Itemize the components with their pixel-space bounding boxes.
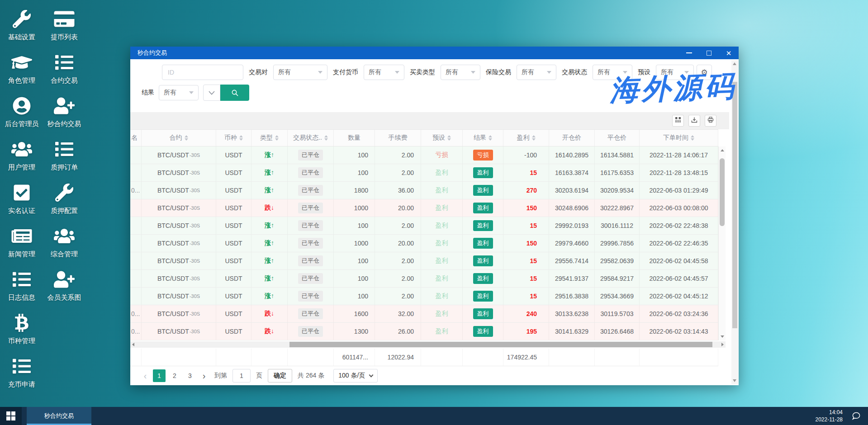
desktop-icon-用户管理[interactable]: 用户管理 — [2, 140, 42, 172]
export-button[interactable] — [688, 115, 700, 127]
desktop-icon-label: 用户管理 — [8, 163, 35, 172]
page-button-1[interactable]: 1 — [153, 369, 166, 382]
table-row: BTC/USDT-30SUSDT涨↑已平仓1002.00盈利盈利1529556.… — [130, 252, 718, 270]
column-header-label: 手续费 — [389, 134, 408, 142]
filter-select-交易状态[interactable]: 所有 — [593, 65, 632, 80]
close-button[interactable]: ✕ — [719, 47, 739, 59]
start-button[interactable] — [0, 407, 22, 425]
cell-qty: 1800 — [334, 182, 375, 199]
column-header-type[interactable]: 类型 — [251, 130, 288, 146]
preset-label: 亏损 — [436, 151, 448, 159]
column-header-label: 预设 — [432, 134, 445, 142]
cell-preset: 盈利 — [421, 252, 463, 269]
desktop-icon-角色管理[interactable]: 角色管理 — [2, 53, 42, 85]
filter-row-1: 交易对所有支付货币所有买卖类型所有保险交易所有交易状态所有预设所有⚙ — [162, 65, 712, 80]
expand-filters-button[interactable] — [203, 85, 220, 101]
desktop-icon-币种管理[interactable]: 币种管理 — [2, 314, 42, 345]
filter-select-买卖类型[interactable]: 所有 — [441, 65, 480, 80]
sort-icon — [239, 135, 243, 141]
minimize-icon — [686, 52, 692, 53]
sort-desc-icon — [447, 138, 451, 141]
window-vertical-scrollbar[interactable] — [731, 60, 738, 384]
wrench-icon — [54, 184, 75, 203]
filter-select-交易对[interactable]: 所有 — [273, 65, 327, 80]
scroll-right-arrow-icon[interactable] — [721, 343, 724, 346]
cell-close: 29582.0639 — [595, 252, 640, 269]
scroll-up-arrow-icon[interactable] — [721, 149, 724, 151]
status-badge: 已平仓 — [298, 255, 323, 266]
taskbar-app-item[interactable]: 秒合约交易 — [27, 407, 91, 425]
desktop-icon-质押订单[interactable]: 质押订单 — [42, 140, 87, 172]
desktop-icon-提币列表[interactable]: 提币列表 — [42, 10, 87, 42]
column-header-label: 开仓价 — [562, 134, 581, 142]
next-page-button[interactable]: › — [199, 371, 209, 381]
type-down-label: 跌↓ — [265, 310, 274, 318]
desktop-icon-实名认证[interactable]: 实名认证 — [2, 184, 42, 215]
column-header-currency[interactable]: 币种 — [216, 130, 251, 146]
cell-preset: 盈利 — [421, 288, 463, 305]
id-filter-input[interactable] — [162, 65, 243, 80]
newspaper-icon — [11, 227, 32, 247]
desktop-icon-新闻管理[interactable]: 新闻管理 — [2, 227, 42, 259]
filter-select-value: 所有 — [598, 68, 610, 76]
column-header-preset[interactable]: 预设 — [421, 130, 463, 146]
scroll-up-arrow-icon[interactable] — [733, 62, 736, 65]
cell-user — [130, 199, 142, 217]
sort-icon — [185, 135, 188, 141]
cell-fee: 2.00 — [375, 146, 421, 164]
column-settings-button[interactable]: ⚙ — [697, 65, 712, 80]
cell-profit: 15 — [503, 288, 549, 305]
chat-bubble-icon[interactable] — [851, 411, 862, 421]
confirm-page-button[interactable]: 确定 — [268, 369, 292, 382]
page-button-3[interactable]: 3 — [184, 369, 196, 382]
page-button-2[interactable]: 2 — [168, 369, 181, 382]
desktop-icon-基础设置[interactable]: 基础设置 — [2, 10, 42, 42]
desktop-icon-综合管理[interactable]: 综合管理 — [42, 227, 87, 259]
maximize-button[interactable] — [699, 47, 719, 59]
result-badge: 盈利 — [473, 167, 493, 178]
page-unit-label: 页 — [256, 372, 262, 380]
profit-value: 15 — [530, 293, 537, 300]
pair-label: BTC/USDT — [157, 204, 189, 212]
taskbar-clock[interactable]: 14:04 2022-11-28 — [816, 409, 843, 423]
cell-type: 涨↑ — [251, 270, 288, 287]
window-vertical-scroll-thumb[interactable] — [732, 82, 737, 328]
minimize-button[interactable] — [679, 47, 699, 59]
per-page-select[interactable]: 100 条/页 — [333, 369, 378, 382]
filter-select-预设[interactable]: 所有 — [656, 65, 694, 80]
summary-cell-contract — [142, 349, 216, 366]
cell-status: 已平仓 — [288, 270, 334, 287]
search-button[interactable] — [220, 85, 249, 101]
cell-open: 29992.0193 — [549, 217, 595, 234]
scroll-down-arrow-icon[interactable] — [733, 379, 736, 382]
filter-select-支付货币[interactable]: 所有 — [364, 65, 404, 80]
desktop-icon-会员关系图[interactable]: 会员关系图 — [42, 270, 87, 302]
column-header-profit[interactable]: 盈利 — [503, 130, 549, 146]
filter-select-保险交易[interactable]: 所有 — [517, 65, 556, 80]
column-header-status[interactable]: 交易状态.. — [288, 130, 334, 146]
desktop-icon-秒合约交易[interactable]: 秒合约交易 — [42, 97, 87, 128]
prev-page-button[interactable]: ‹ — [140, 371, 150, 381]
desktop-icon-质押配置[interactable]: 质押配置 — [42, 184, 87, 215]
scroll-down-arrow-icon[interactable] — [721, 335, 724, 338]
cell-contract: BTC/USDT-30S — [142, 288, 216, 305]
result-filter-select[interactable]: 所有 — [159, 85, 199, 100]
table-horizontal-scrollbar[interactable] — [130, 341, 726, 348]
window-titlebar[interactable]: 秒合约交易 ✕ — [130, 47, 739, 59]
table-vertical-scrollbar[interactable] — [718, 146, 726, 340]
horizontal-scroll-thumb[interactable] — [289, 342, 712, 347]
chevron-down-icon — [684, 71, 689, 74]
column-header-time[interactable]: 下单时间 — [640, 130, 718, 146]
goto-page-input[interactable] — [232, 369, 251, 382]
column-header-result[interactable]: 结果 — [463, 130, 503, 146]
desktop-icon-充币申请[interactable]: 充币申请 — [2, 357, 42, 389]
desktop-icon-后台管理员[interactable]: 后台管理员 — [2, 97, 42, 128]
cell-profit: 15 — [503, 252, 549, 269]
column-header-contract[interactable]: 合约 — [142, 130, 216, 146]
scroll-left-arrow-icon[interactable] — [132, 343, 134, 346]
table-vertical-scroll-thumb[interactable] — [720, 158, 725, 226]
desktop-icon-日志信息[interactable]: 日志信息 — [2, 270, 42, 302]
desktop-icon-合约交易[interactable]: 合约交易 — [42, 53, 87, 85]
print-button[interactable] — [705, 115, 716, 127]
columns-button[interactable] — [672, 115, 684, 127]
